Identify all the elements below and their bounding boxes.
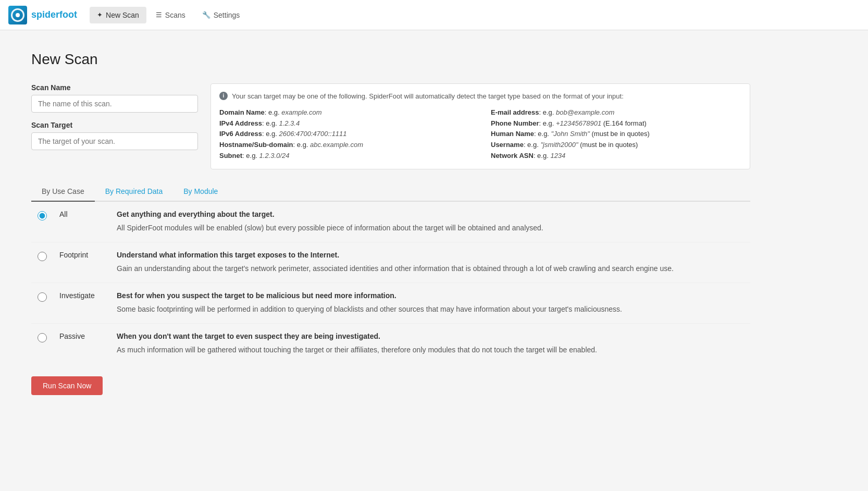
option-desc-passive: When you don't want the target to even s… xyxy=(110,323,750,364)
scan-target-label: Scan Target xyxy=(31,121,198,129)
nav-links: ✦ New Scan ☰ Scans 🔧 Settings xyxy=(90,7,247,23)
info-box-header: i Your scan target may be one of the fol… xyxy=(219,91,741,102)
option-radio-cell-passive xyxy=(31,323,53,364)
scan-target-input[interactable] xyxy=(31,132,198,150)
option-body-all: All SpiderFoot modules will be enabled (… xyxy=(117,224,543,232)
scans-icon: ☰ xyxy=(156,11,162,19)
scan-options-table: All Get anything and everything about th… xyxy=(31,202,750,364)
radio-investigate[interactable] xyxy=(38,292,47,302)
brand-name: spiderfoot xyxy=(31,9,77,20)
info-row-username: Username: e.g. "jsmith2000" (must be in … xyxy=(491,140,741,151)
brand-logo-link[interactable]: spiderfoot xyxy=(8,6,77,24)
option-desc-all: Get anything and everything about the ta… xyxy=(110,202,750,242)
nav-new-scan[interactable]: ✦ New Scan xyxy=(90,7,146,23)
info-row-email: E-mail address: e.g. bob@example.com xyxy=(491,107,741,118)
nav-settings[interactable]: 🔧 Settings xyxy=(195,7,247,23)
info-grid: Domain Name: e.g. example.com IPv4 Addre… xyxy=(219,107,741,162)
option-title-investigate: Best for when you suspect the target to … xyxy=(117,291,744,300)
option-radio-cell-footprint xyxy=(31,242,53,283)
option-name-footprint: Footprint xyxy=(53,242,110,283)
tab-container: By Use Case By Required Data By Module A… xyxy=(31,182,750,364)
new-scan-icon: ✦ xyxy=(97,11,103,19)
option-radio-cell-all xyxy=(31,202,53,242)
info-row-subnet: Subnet: e.g. 1.2.3.0/24 xyxy=(219,151,470,162)
info-col2: E-mail address: e.g. bob@example.com Pho… xyxy=(491,107,741,162)
info-box: i Your scan target may be one of the fol… xyxy=(210,83,750,169)
option-name-investigate: Investigate xyxy=(53,283,110,323)
brand-logo-icon xyxy=(8,6,27,24)
navbar: spiderfoot ✦ New Scan ☰ Scans 🔧 Settings xyxy=(0,0,868,30)
scan-name-label: Scan Name xyxy=(31,83,198,92)
option-body-passive: As much information will be gathered wit… xyxy=(117,346,597,354)
info-row-ipv4: IPv4 Address: e.g. 1.2.3.4 xyxy=(219,118,470,129)
tab-by-module[interactable]: By Module xyxy=(173,182,228,202)
option-radio-cell-investigate xyxy=(31,283,53,323)
nav-scans[interactable]: ☰ Scans xyxy=(148,7,193,23)
option-title-footprint: Understand what information this target … xyxy=(117,251,744,259)
option-body-footprint: Gain an understanding about the target's… xyxy=(117,264,674,273)
info-row-asn: Network ASN: e.g. 1234 xyxy=(491,151,741,162)
tab-by-required-data[interactable]: By Required Data xyxy=(95,182,173,202)
info-row-phone: Phone Number: e.g. +12345678901 (E.164 f… xyxy=(491,118,741,129)
form-section: Scan Name Scan Target i Your scan target… xyxy=(31,83,750,169)
radio-all[interactable] xyxy=(38,211,47,220)
option-row-all: All Get anything and everything about th… xyxy=(31,202,750,242)
radio-footprint[interactable] xyxy=(38,252,47,261)
info-row-human: Human Name: e.g. "John Smith" (must be i… xyxy=(491,129,741,140)
option-row-investigate: Investigate Best for when you suspect th… xyxy=(31,283,750,323)
scan-name-input[interactable] xyxy=(31,95,198,113)
option-row-passive: Passive When you don't want the target t… xyxy=(31,323,750,364)
info-row-domain: Domain Name: e.g. example.com xyxy=(219,107,470,118)
info-box-text: Your scan target may be one of the follo… xyxy=(232,91,624,102)
main-content: New Scan Scan Name Scan Target i Your sc… xyxy=(0,30,782,416)
info-icon: i xyxy=(219,92,228,100)
option-row-footprint: Footprint Understand what information th… xyxy=(31,242,750,283)
info-row-ipv6: IPv6 Address: e.g. 2606:4700:4700::1111 xyxy=(219,129,470,140)
info-box-container: i Your scan target may be one of the fol… xyxy=(210,83,750,169)
tab-by-use-case[interactable]: By Use Case xyxy=(31,182,95,202)
scan-target-group: Scan Target xyxy=(31,121,198,150)
option-desc-investigate: Best for when you suspect the target to … xyxy=(110,283,750,323)
option-name-all: All xyxy=(53,202,110,242)
settings-icon: 🔧 xyxy=(202,11,210,19)
form-left: Scan Name Scan Target xyxy=(31,83,198,169)
scan-name-group: Scan Name xyxy=(31,83,198,113)
option-title-all: Get anything and everything about the ta… xyxy=(117,210,744,218)
radio-passive[interactable] xyxy=(38,333,47,342)
option-title-passive: When you don't want the target to even s… xyxy=(117,332,744,340)
nav-new-scan-label: New Scan xyxy=(106,11,139,19)
tab-list: By Use Case By Required Data By Module xyxy=(31,182,750,202)
nav-settings-label: Settings xyxy=(214,11,240,19)
option-name-passive: Passive xyxy=(53,323,110,364)
option-desc-footprint: Understand what information this target … xyxy=(110,242,750,283)
info-row-hostname: Hostname/Sub-domain: e.g. abc.example.co… xyxy=(219,140,470,151)
run-scan-button[interactable]: Run Scan Now xyxy=(31,376,103,395)
page-title: New Scan xyxy=(31,51,750,68)
nav-scans-label: Scans xyxy=(165,11,185,19)
info-col1: Domain Name: e.g. example.com IPv4 Addre… xyxy=(219,107,470,162)
option-body-investigate: Some basic footprinting will be performe… xyxy=(117,305,622,313)
